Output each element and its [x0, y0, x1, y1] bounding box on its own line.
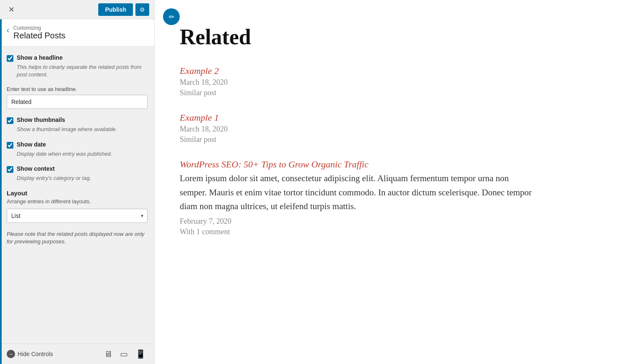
close-button[interactable]: ✕ — [5, 3, 18, 16]
post-title-link[interactable]: Example 1 — [180, 112, 535, 123]
top-bar-actions: Publish ⚙ — [98, 3, 149, 16]
sidebar: ✕ Publish ⚙ ‹ Customizing Related Posts … — [0, 0, 155, 364]
headline-text-input[interactable] — [7, 95, 148, 109]
show-context-row: Show context — [7, 165, 148, 173]
post-date: February 7, 2020 — [180, 217, 535, 226]
hide-icon: – — [7, 350, 15, 358]
back-button[interactable]: ‹ — [7, 26, 9, 35]
show-thumbnails-row: Show thumbnails — [7, 116, 148, 124]
settings-button[interactable]: ⚙ — [135, 3, 149, 16]
show-headline-desc: This helps to clearly separate the relat… — [17, 63, 148, 78]
show-thumbnails-label[interactable]: Show thumbnails — [17, 116, 65, 123]
post-title-link[interactable]: WordPress SEO: 50+ Tips to Grow Organic … — [180, 159, 535, 170]
layout-select[interactable]: List Grid Carousel — [7, 209, 148, 223]
headline-input-label: Enter text to use as headline. — [7, 86, 148, 92]
show-date-row: Show date — [7, 141, 148, 149]
show-thumbnails-checkbox[interactable] — [7, 117, 13, 124]
hide-controls-button[interactable]: – Hide Controls — [7, 350, 53, 358]
post-item-featured: WordPress SEO: 50+ Tips to Grow Organic … — [180, 159, 535, 236]
show-date-label[interactable]: Show date — [17, 141, 46, 148]
headline-input-control: Enter text to use as headline. — [7, 86, 148, 109]
post-date: March 18, 2020 — [180, 78, 535, 87]
hide-controls-label: Hide Controls — [18, 351, 53, 357]
post-title-link[interactable]: Example 2 — [180, 66, 535, 76]
back-nav: ‹ Customizing Related Posts — [0, 19, 154, 47]
post-item: Example 2 March 18, 2020 Similar post — [180, 66, 535, 97]
show-context-control: Show context Display entry's category or… — [7, 165, 148, 182]
post-item: Example 1 March 18, 2020 Similar post — [180, 112, 535, 144]
show-headline-label[interactable]: Show a headline — [17, 54, 63, 61]
related-heading: Related — [180, 25, 535, 49]
post-context: With 1 comment — [180, 228, 535, 236]
top-bar: ✕ Publish ⚙ — [0, 0, 154, 19]
layout-desc: Arrange entries in different layouts. — [7, 198, 148, 205]
edit-fab-button[interactable]: ✏ — [163, 8, 180, 25]
desktop-icon-button[interactable]: 🖥 — [102, 348, 114, 360]
show-date-control: Show date Display date when entry was pu… — [7, 141, 148, 158]
pencil-icon: ✏ — [169, 13, 174, 21]
show-date-checkbox[interactable] — [7, 142, 13, 149]
show-headline-control: Show a headline This helps to clearly se… — [7, 54, 148, 78]
device-icons: 🖥 ▭ 📱 — [102, 348, 148, 360]
post-context: Similar post — [180, 88, 535, 97]
show-context-label[interactable]: Show context — [17, 165, 55, 172]
show-context-desc: Display entry's category or tag. — [17, 174, 148, 182]
publish-button[interactable]: Publish — [98, 3, 133, 16]
sidebar-bottom: – Hide Controls 🖥 ▭ 📱 — [0, 344, 154, 364]
post-context: Similar post — [180, 135, 535, 144]
show-headline-checkbox[interactable] — [7, 55, 13, 62]
show-date-desc: Display date when entry was published. — [17, 150, 148, 158]
post-date: March 18, 2020 — [180, 125, 535, 134]
layout-section: Layout Arrange entries in different layo… — [7, 190, 148, 223]
preview-note: Please note that the related posts displ… — [7, 230, 148, 245]
tablet-icon-button[interactable]: ▭ — [118, 348, 130, 360]
section-title: Related Posts — [13, 31, 66, 40]
sidebar-accent — [0, 19, 2, 364]
show-headline-row: Show a headline — [7, 54, 148, 62]
mobile-icon-button[interactable]: 📱 — [134, 348, 148, 360]
show-thumbnails-control: Show thumbnails Show a thumbnail image w… — [7, 116, 148, 133]
preview-area: ✏ Related Example 2 March 18, 2020 Simil… — [155, 0, 627, 364]
show-thumbnails-desc: Show a thumbnail image where available. — [17, 126, 148, 133]
post-body: Lorem ipsum dolor sit amet, consectetur … — [180, 172, 535, 214]
layout-title: Layout — [7, 190, 148, 197]
preview-content: Related Example 2 March 18, 2020 Similar… — [155, 0, 556, 276]
sidebar-content: Show a headline This helps to clearly se… — [0, 47, 154, 344]
show-context-checkbox[interactable] — [7, 166, 13, 173]
customizing-label: Customizing — [13, 25, 66, 31]
layout-select-wrapper: List Grid Carousel ▾ — [7, 209, 148, 223]
nav-text: Customizing Related Posts — [13, 25, 66, 40]
